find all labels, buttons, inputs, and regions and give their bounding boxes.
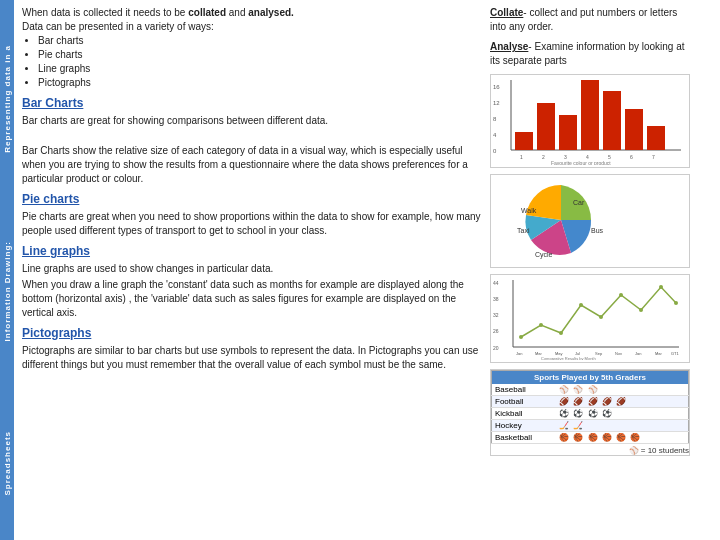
analyse-definition: Analyse- Examine information by looking … (490, 40, 690, 68)
svg-text:Car: Car (573, 199, 585, 206)
line-graphs-title: Line graphs (22, 244, 482, 258)
pictographs-section: Pictographs Pictographs are similar to b… (22, 326, 482, 372)
pie-chart-svg: Car Bus Cycle Taxi Walk (491, 175, 686, 265)
left-band-text-3: Spreadsheets (3, 431, 12, 495)
sport-label: Kickball (492, 408, 557, 420)
svg-point-36 (559, 331, 563, 335)
svg-text:6: 6 (630, 154, 633, 160)
svg-text:Mar: Mar (655, 351, 663, 356)
svg-text:1: 1 (520, 154, 523, 160)
line-chart-visual: 20 26 32 38 44 Jan Mar May (490, 274, 690, 363)
sport-symbols: 🏈 🏈 🏈 🏈 🏈 (556, 396, 688, 408)
svg-text:26: 26 (493, 328, 499, 334)
svg-text:Cycle: Cycle (535, 251, 553, 259)
svg-rect-11 (603, 91, 621, 150)
right-column: Collate- collect and put numbers or lett… (490, 6, 690, 534)
svg-text:Jan: Jan (635, 351, 641, 356)
svg-point-37 (579, 303, 583, 307)
svg-text:Bus: Bus (591, 227, 604, 234)
sport-label: Basketball (492, 432, 557, 444)
pie-charts-detail: Pie charts are great when you need to sh… (22, 210, 482, 238)
svg-rect-12 (625, 109, 643, 150)
sport-label: Football (492, 396, 557, 408)
bar-charts-detail: Bar Charts show the relative size of eac… (22, 144, 482, 186)
sport-symbols: 🏀 🏀 🏀 🏀 🏀 🏀 (556, 432, 688, 444)
pictographs-title: Pictographs (22, 326, 482, 340)
intro-item-4: Pictographs (38, 76, 482, 90)
table-row: Kickball ⚽ ⚽ ⚽ ⚽ (492, 408, 689, 420)
svg-text:GT1: GT1 (671, 351, 680, 356)
svg-text:12: 12 (493, 100, 500, 106)
sport-symbols: 🏒 🏒 (556, 420, 688, 432)
collate-definition: Collate- collect and put numbers or lett… (490, 6, 690, 34)
svg-text:Taxi: Taxi (517, 227, 530, 234)
intro-item-2: Pie charts (38, 48, 482, 62)
sport-symbols: ⚾ ⚾ ⚾ (556, 384, 688, 396)
left-band-text-2: Information Drawing: (3, 241, 12, 341)
bar-chart-svg: 0 4 8 12 16 1 2 3 4 5 6 7 (491, 75, 686, 165)
bar-charts-title: Bar Charts (22, 96, 482, 110)
svg-text:Comparative Results by Month: Comparative Results by Month (541, 356, 596, 360)
bar-charts-section: Bar Charts Bar charts are great for show… (22, 96, 482, 186)
svg-point-39 (619, 293, 623, 297)
pictographs-detail: Pictographs are similar to bar charts bu… (22, 344, 482, 372)
left-band: Representing data in a Information Drawi… (0, 0, 14, 540)
pie-charts-title: Pie charts (22, 192, 482, 206)
svg-point-35 (539, 323, 543, 327)
sport-symbols: ⚽ ⚽ ⚽ ⚽ (556, 408, 688, 420)
intro-item-3: Line graphs (38, 62, 482, 76)
intro-line1: When data is collected it needs to be co… (22, 7, 294, 18)
svg-text:4: 4 (493, 132, 497, 138)
svg-text:32: 32 (493, 312, 499, 318)
svg-text:20: 20 (493, 345, 499, 351)
svg-rect-9 (559, 115, 577, 150)
left-band-text-1: Representing data in a (3, 45, 12, 153)
svg-text:Nov: Nov (615, 351, 622, 356)
svg-point-34 (519, 335, 523, 339)
svg-text:Jan: Jan (516, 351, 522, 356)
picto-legend: ⚾ = 10 students (491, 446, 689, 455)
svg-text:Sep: Sep (595, 351, 603, 356)
pie-chart-visual: Car Bus Cycle Taxi Walk (490, 174, 690, 268)
svg-text:2: 2 (542, 154, 545, 160)
table-row: Basketball 🏀 🏀 🏀 🏀 🏀 🏀 (492, 432, 689, 444)
svg-text:8: 8 (493, 116, 497, 122)
line-graphs-section: Line graphs Line graphs are used to show… (22, 244, 482, 320)
pictograph-visual: Sports Played by 5th Graders Baseball ⚾ … (490, 369, 690, 456)
intro-line2: Data can be presented in a variety of wa… (22, 21, 214, 32)
picto-table: Sports Played by 5th Graders Baseball ⚾ … (491, 370, 689, 444)
intro-list: Bar charts Pie charts Line graphs Pictog… (38, 34, 482, 90)
svg-rect-8 (537, 103, 555, 150)
svg-rect-13 (647, 126, 665, 150)
svg-rect-10 (581, 80, 599, 150)
table-row: Hockey 🏒 🏒 (492, 420, 689, 432)
table-row: Football 🏈 🏈 🏈 🏈 🏈 (492, 396, 689, 408)
intro-section: When data is collected it needs to be co… (22, 6, 482, 90)
svg-rect-7 (515, 132, 533, 150)
svg-text:Favourite colour or product: Favourite colour or product (551, 160, 611, 165)
sport-label: Baseball (492, 384, 557, 396)
svg-text:Walk: Walk (521, 207, 537, 214)
pie-charts-section: Pie charts Pie charts are great when you… (22, 192, 482, 238)
main-content: When data is collected it needs to be co… (14, 0, 720, 540)
line-chart-svg: 20 26 32 38 44 Jan Mar May (491, 275, 686, 360)
table-row: Baseball ⚾ ⚾ ⚾ (492, 384, 689, 396)
picto-title: Sports Played by 5th Graders (492, 371, 689, 385)
svg-point-38 (599, 315, 603, 319)
svg-text:44: 44 (493, 280, 499, 286)
svg-text:0: 0 (493, 148, 497, 154)
sport-label: Hockey (492, 420, 557, 432)
line-graphs-summary: Line graphs are used to show changes in … (22, 262, 482, 276)
svg-text:38: 38 (493, 296, 499, 302)
bar-charts-summary: Bar charts are great for showing compari… (22, 114, 482, 128)
intro-item-1: Bar charts (38, 34, 482, 48)
svg-point-42 (674, 301, 678, 305)
svg-text:7: 7 (652, 154, 655, 160)
bar-chart-visual: 0 4 8 12 16 1 2 3 4 5 6 7 (490, 74, 690, 168)
line-graphs-detail: When you draw a line graph the 'constant… (22, 278, 482, 320)
svg-point-41 (659, 285, 663, 289)
svg-text:16: 16 (493, 84, 500, 90)
svg-point-40 (639, 308, 643, 312)
text-column: When data is collected it needs to be co… (22, 6, 482, 534)
